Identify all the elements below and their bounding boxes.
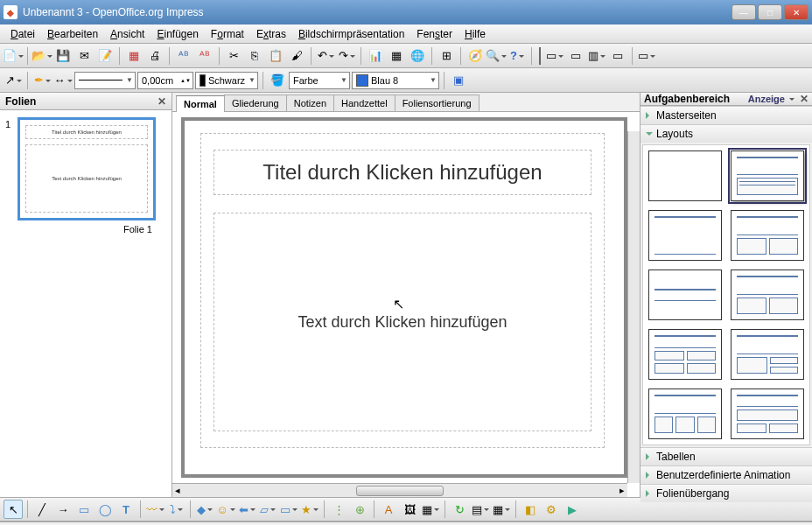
redo-button[interactable]: ↷ [337,46,356,66]
connector-tool[interactable]: ⤵ [166,500,186,519]
presentation-button[interactable]: ▭ [608,46,627,66]
layout-split-right[interactable] [731,329,804,380]
layout-content-two[interactable] [731,270,804,320]
task-panel-close-icon[interactable]: ✕ [800,93,808,105]
slides-list[interactable]: 1 Titel durch Klicken hinzufügen Text du… [0,110,172,497]
layout-two-content[interactable] [731,210,804,261]
layout-title-centered[interactable] [648,270,722,320]
menu-hilfe[interactable]: Hilfe [459,26,491,42]
arrow-style-button[interactable]: ↗ [4,71,23,90]
zoom-button[interactable]: 🔍 [486,46,506,66]
section-tabellen[interactable]: Tabellen [640,448,812,466]
navigator-button[interactable]: 🧭 [466,46,485,66]
slide-button[interactable]: ▭ [545,46,564,66]
slide-layout-button[interactable]: ▥ [587,46,606,66]
layout-blank[interactable] [648,150,722,201]
gallery-tool[interactable]: ▦ [421,500,440,519]
menu-format[interactable]: Format [206,26,249,42]
interaction-tool[interactable]: ⚙ [542,500,561,519]
tab-notizen[interactable]: Notizen [286,94,334,111]
arrange-tool[interactable]: ▦ [492,500,511,519]
glue-points-tool[interactable]: ⊕ [350,500,369,519]
block-arrows-tool[interactable]: ⬅ [237,500,256,519]
undo-button[interactable]: ↶ [316,46,335,66]
email-button[interactable]: ✉ [74,46,94,66]
tab-handzettel[interactable]: Handzettel [333,94,396,111]
new-doc-button[interactable]: 📄 [4,46,23,66]
menu-datei[interactable]: Datei [5,26,40,42]
content-placeholder[interactable]: Text durch Klicken hinzufügen [214,213,592,431]
format-paintbrush-button[interactable]: 🖌 [287,46,306,66]
horizontal-scrollbar[interactable]: ◂ ▸ [172,483,627,497]
menu-einfuegen[interactable]: Einfügen [151,26,203,42]
table-button[interactable]: ▦ [387,46,406,66]
line-style-combo[interactable]: ▼ [74,72,136,89]
grid-button[interactable]: ⊞ [437,46,456,66]
line-width-combo[interactable]: 0,00cm ▲▼ [137,72,193,89]
arrow-line-tool[interactable]: → [53,500,73,519]
line-color-combo[interactable]: Schwarz ▼ [195,72,258,89]
animation-tool[interactable]: ▶ [563,500,582,519]
tab-gliederung[interactable]: Gliederung [224,94,287,111]
fontwork-tool[interactable]: A [379,500,398,519]
export-pdf-button[interactable]: ▦ [124,46,144,66]
rotate-tool[interactable]: ↻ [450,500,469,519]
menu-bildschirmpraesentation[interactable]: Bildschirmpräsentation [293,26,410,42]
layout-title-only[interactable] [648,210,722,261]
ellipse-tool[interactable]: ◯ [95,500,115,519]
layout-three-panel[interactable] [648,388,722,439]
section-layouts[interactable]: Layouts [640,125,812,143]
hyperlink-button[interactable]: 🌐 [408,46,427,66]
title-placeholder[interactable]: Titel durch Klicken hinzufügen [214,150,592,195]
cut-button[interactable]: ✂ [224,46,243,66]
layout-split-bottom[interactable] [731,388,804,439]
tab-foliensortierung[interactable]: Foliensortierung [395,94,480,111]
rectangle-tool[interactable]: ▭ [74,500,94,519]
open-button[interactable]: 📂 [32,46,52,66]
slide-thumbnail[interactable]: Titel durch Klicken hinzufügen Text durc… [18,117,156,220]
scroll-thumb[interactable] [356,486,444,496]
stars-tool[interactable]: ★ [300,500,319,519]
menu-bearbeiten[interactable]: Bearbeiten [42,26,103,42]
align-tool[interactable]: ▤ [471,500,490,519]
minimize-button[interactable]: — [732,4,756,20]
flowchart-tool[interactable]: ▱ [258,500,277,519]
text-tool[interactable]: T [116,500,136,519]
fill-color-combo[interactable]: Blau 8 ▼ [352,72,439,89]
layout-four-panel[interactable] [648,329,722,380]
chart-button[interactable]: 📊 [366,46,385,66]
line-tool[interactable]: ╱ [32,500,52,519]
paste-button[interactable]: 📋 [266,46,285,66]
auto-spellcheck-button[interactable]: ᴬᴮ [195,46,214,66]
close-button[interactable]: ✕ [784,4,808,20]
basic-shapes-tool[interactable]: ◆ [195,500,214,519]
symbol-shapes-tool[interactable]: ☺ [216,500,235,519]
slide-entry-1[interactable]: 1 Titel durch Klicken hinzufügen Text du… [5,117,166,220]
from-file-tool[interactable]: 🖼 [400,500,419,519]
curve-tool[interactable]: 〰 [145,500,164,519]
callouts-tool[interactable]: ▭ [279,500,298,519]
menu-fenster[interactable]: Fenster [411,26,458,42]
task-view-menu[interactable]: Anzeige [748,94,794,104]
select-tool[interactable]: ↖ [4,500,23,519]
layout-title-content[interactable] [731,150,804,201]
line-endings-button[interactable]: ✒ [32,71,52,90]
section-uebergang[interactable]: Folienübergang [640,485,812,502]
menu-ansicht[interactable]: Ansicht [105,26,150,42]
spellcheck-button[interactable]: ᴬᴮ [174,46,193,66]
help-button[interactable]: ? [508,46,527,66]
points-tool[interactable]: ⋮ [329,500,348,519]
section-animation[interactable]: Benutzerdefinierte Animation [640,466,812,484]
section-masterseiten[interactable]: Masterseiten [640,107,812,124]
tab-normal[interactable]: Normal [176,95,225,112]
extrusion-tool[interactable]: ◧ [521,500,540,519]
slide-design-button[interactable]: ▭ [566,46,585,66]
slideshow-button[interactable]: ▭ [637,46,656,66]
arrow-ends-button[interactable]: ↔ [53,71,73,90]
vertical-scrollbar[interactable] [627,131,640,483]
fill-bucket-button[interactable]: 🪣 [268,71,287,90]
fill-mode-combo[interactable]: Farbe ▼ [289,72,350,89]
print-button[interactable]: 🖨 [145,46,164,66]
copy-button[interactable]: ⎘ [245,46,264,66]
maximize-button[interactable]: □ [758,4,782,20]
